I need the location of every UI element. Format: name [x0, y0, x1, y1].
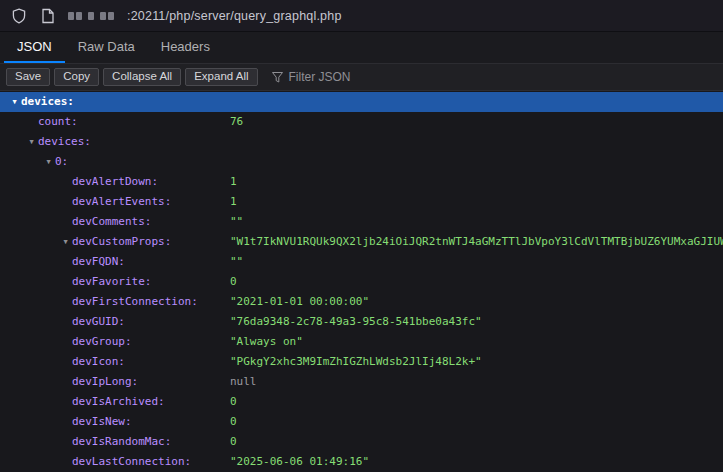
- json-row-devCustomProps[interactable]: ▼devCustomProps:"W1t7IkNVU1RQUk9QX2ljb24…: [0, 232, 723, 252]
- json-tree: ▼devices:count:76▼devices:▼0:devAlertDow…: [0, 91, 723, 472]
- page-info-icon[interactable]: [39, 7, 57, 25]
- toolbar-buttons: SaveCopyCollapse AllExpand All: [6, 68, 258, 87]
- json-value: 1: [230, 172, 237, 192]
- tab-headers[interactable]: Headers: [148, 32, 223, 63]
- json-value: "": [230, 212, 243, 232]
- expand-all-button[interactable]: Expand All: [185, 68, 257, 87]
- expand-arrow-icon[interactable]: ▼: [59, 232, 72, 252]
- json-value: 0: [230, 392, 237, 412]
- json-row-devIpLong[interactable]: devIpLong:null: [0, 372, 723, 392]
- json-key: devAlertDown:: [72, 175, 158, 188]
- json-key: devIsRandomMac:: [72, 435, 171, 448]
- json-key: devGroup:: [72, 335, 132, 348]
- json-key: count:: [38, 115, 78, 128]
- redacted-box: [88, 12, 94, 20]
- save-button[interactable]: Save: [6, 68, 50, 87]
- json-key: devGUID:: [72, 315, 125, 328]
- redacted-box: [100, 12, 106, 20]
- json-key: devFavorite:: [72, 275, 151, 288]
- jsonviewer-tabs: JSONRaw DataHeaders: [0, 32, 723, 64]
- json-row-0[interactable]: ▼0:: [0, 152, 723, 172]
- json-value: "76da9348-2c78-49a3-95c8-541bbe0a43fc": [230, 312, 482, 332]
- tracking-protection-shield-icon[interactable]: [10, 7, 28, 25]
- json-row-devAlertDown[interactable]: devAlertDown:1: [0, 172, 723, 192]
- redacted-box: [108, 12, 114, 20]
- json-value: "": [230, 252, 243, 272]
- json-row-devAlertEvents[interactable]: devAlertEvents:1: [0, 192, 723, 212]
- json-value: 0: [230, 432, 237, 452]
- json-key: devIsArchived:: [72, 395, 165, 408]
- redacted-box-group: [100, 12, 114, 20]
- json-key: devices:: [38, 135, 91, 148]
- json-row-devLastConnection[interactable]: devLastConnection:"2025-06-06 01:49:16": [0, 452, 723, 472]
- json-value: "2021-01-01 00:00:00": [230, 292, 369, 312]
- json-value: "W1t7IkNVU1RQUk9QX2ljb24iOiJQR2tnWTJ4aGM…: [230, 232, 723, 252]
- json-key: devIpLong:: [72, 375, 138, 388]
- json-value: "PGkgY2xhc3M9ImZhIGZhLWdsb2JlIj48L2k+": [230, 352, 482, 372]
- filter-json-placeholder: Filter JSON: [289, 70, 351, 84]
- json-value: "Always on": [230, 332, 303, 352]
- url-text: :20211/php/server/query_graphql.php: [127, 9, 342, 23]
- json-key: devLastConnection:: [72, 455, 191, 468]
- expand-arrow-icon[interactable]: ▼: [42, 152, 55, 172]
- json-key: devAlertEvents:: [72, 195, 171, 208]
- browser-toolbar: :20211/php/server/query_graphql.php: [0, 0, 723, 32]
- json-key: devCustomProps:: [72, 235, 171, 248]
- browser-window: :20211/php/server/query_graphql.php JSON…: [0, 0, 723, 472]
- json-row-devGroup[interactable]: devGroup:"Always on": [0, 332, 723, 352]
- json-key: devComments:: [72, 215, 151, 228]
- redacted-box-group: [88, 12, 94, 20]
- tab-raw-data[interactable]: Raw Data: [65, 32, 148, 63]
- json-row-devFavorite[interactable]: devFavorite:0: [0, 272, 723, 292]
- redacted-box-group: [68, 12, 82, 20]
- redacted-box: [68, 12, 74, 20]
- redacted-host-boxes: [68, 9, 120, 23]
- json-row-devIsArchived[interactable]: devIsArchived:0: [0, 392, 723, 412]
- json-key: devFirstConnection:: [72, 295, 198, 308]
- json-value: 1: [230, 192, 237, 212]
- json-key: devFQDN:: [72, 255, 125, 268]
- json-value: 0: [230, 272, 237, 292]
- copy-button[interactable]: Copy: [54, 68, 99, 87]
- json-value: "2025-06-06 01:49:16": [230, 452, 369, 472]
- redacted-box: [76, 12, 82, 20]
- json-row-count[interactable]: count:76: [0, 112, 723, 132]
- json-row-devFirstConnection[interactable]: devFirstConnection:"2021-01-01 00:00:00": [0, 292, 723, 312]
- filter-funnel-icon: [272, 72, 283, 83]
- json-row-devGUID[interactable]: devGUID:"76da9348-2c78-49a3-95c8-541bbe0…: [0, 312, 723, 332]
- jsonviewer-toolbar: SaveCopyCollapse AllExpand All Filter JS…: [0, 64, 723, 91]
- json-key: 0:: [55, 155, 68, 168]
- json-value: null: [230, 372, 257, 392]
- json-key: devIcon:: [72, 355, 125, 368]
- json-row-devComments[interactable]: devComments:"": [0, 212, 723, 232]
- filter-json-input[interactable]: Filter JSON: [272, 70, 351, 84]
- json-value: 76: [230, 112, 243, 132]
- collapse-all-button[interactable]: Collapse All: [103, 68, 181, 87]
- json-row-devIcon[interactable]: devIcon:"PGkgY2xhc3M9ImZhIGZhLWdsb2JlIj4…: [0, 352, 723, 372]
- json-row-devIsNew[interactable]: devIsNew:0: [0, 412, 723, 432]
- json-key: devices:: [21, 95, 74, 108]
- url-bar[interactable]: :20211/php/server/query_graphql.php: [68, 9, 342, 23]
- json-row-devices[interactable]: ▼devices:: [0, 132, 723, 152]
- json-row-devFQDN[interactable]: devFQDN:"": [0, 252, 723, 272]
- json-row-devices[interactable]: ▼devices:: [0, 92, 723, 112]
- json-key: devIsNew:: [72, 415, 132, 428]
- tab-json[interactable]: JSON: [4, 32, 65, 63]
- expand-arrow-icon[interactable]: ▼: [25, 132, 38, 152]
- json-row-devIsRandomMac[interactable]: devIsRandomMac:0: [0, 432, 723, 452]
- json-value: 0: [230, 412, 237, 432]
- expand-arrow-icon[interactable]: ▼: [8, 92, 21, 112]
